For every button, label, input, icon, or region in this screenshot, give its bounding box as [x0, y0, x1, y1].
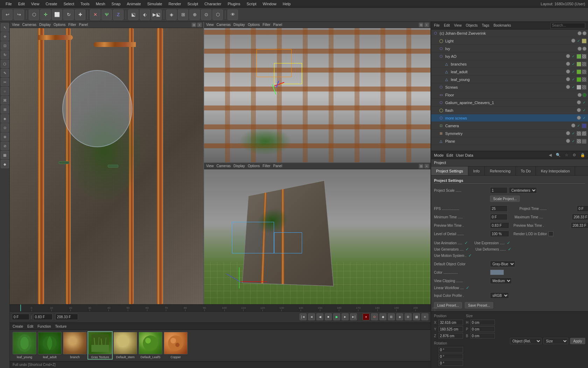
project-time-input[interactable]: [577, 205, 588, 212]
vp-fullscreen-btn[interactable]: ⊡: [191, 22, 196, 27]
attr-lock-btn[interactable]: 🔒: [580, 153, 585, 157]
mat-branch[interactable]: branch: [63, 332, 87, 359]
vp-tr-panel[interactable]: Panel: [273, 23, 282, 27]
menu-file[interactable]: File: [3, 1, 15, 7]
mat-leaf-young[interactable]: leaf_young: [13, 332, 36, 359]
rot-x-input[interactable]: [439, 347, 463, 353]
world-btn[interactable]: ⊙: [201, 9, 211, 20]
menu-mesh[interactable]: Mesh: [93, 1, 108, 7]
tool-bevel[interactable]: ◈: [1, 114, 9, 123]
attr-tab-info[interactable]: Info: [468, 166, 485, 175]
viewport-left[interactable]: View Cameras Display Options Filter Pane…: [10, 22, 204, 304]
transport-next-frame[interactable]: ►: [342, 313, 349, 320]
menu-window[interactable]: Window: [260, 1, 279, 7]
vp-settings-btn[interactable]: +: [197, 22, 202, 27]
vp-tr-view[interactable]: View: [206, 23, 214, 27]
attr-userdata-btn[interactable]: User Data: [456, 153, 474, 157]
om-row-screws[interactable]: ⬡ Screws ✓: [431, 83, 588, 91]
rot-z-input[interactable]: [439, 360, 463, 366]
vp-br-options[interactable]: Options: [248, 164, 260, 168]
om-row-camera[interactable]: ⊡ Camera ✓: [431, 122, 588, 130]
tool-bridge[interactable]: ⌘: [1, 96, 9, 104]
vp-cameras-menu[interactable]: Cameras: [22, 23, 37, 27]
preview-max-input[interactable]: [571, 222, 588, 229]
mat-gras-texture[interactable]: Gras Texture: [88, 332, 112, 359]
vp-filter-menu[interactable]: Filter: [68, 23, 76, 27]
mat-edit[interactable]: Edit: [27, 325, 33, 328]
coord-mode-select[interactable]: Object (Rel. World: [510, 338, 541, 344]
menu-sculpt[interactable]: Sculpt: [185, 1, 201, 7]
menu-create[interactable]: Create: [43, 1, 60, 7]
menu-simulate[interactable]: Simulate: [145, 1, 165, 7]
om-edit[interactable]: Edit: [444, 23, 450, 27]
y-axis-btn[interactable]: Ψ: [102, 9, 112, 20]
tool-move[interactable]: ✛: [1, 32, 9, 41]
om-row-branches[interactable]: △ branches ✓: [431, 60, 588, 68]
om-row-plane[interactable]: △ Plane ✓: [431, 137, 588, 145]
autokey-btn[interactable]: ⊙: [371, 313, 378, 320]
render-anim-btn[interactable]: ▶⬕: [151, 9, 162, 20]
attr-collapse-btn[interactable]: ◀: [549, 153, 552, 157]
om-row-ivy[interactable]: ⬡ Ivy: [431, 45, 588, 53]
om-row-more-screws[interactable]: ⬡ more screws ✓: [431, 114, 588, 122]
transport-stop[interactable]: ■: [325, 313, 332, 320]
size-x-input[interactable]: [470, 320, 495, 325]
om-row-flash[interactable]: ◯ flash ✓: [431, 107, 588, 114]
menu-animate[interactable]: Animate: [124, 1, 144, 7]
transport-play[interactable]: ▶: [333, 313, 340, 320]
om-row-leaf-young[interactable]: △ leaf_young ✓: [431, 76, 588, 83]
timeline-ruler[interactable]: 0102030405060708090100110120130140150160…: [10, 305, 430, 312]
om-view[interactable]: View: [454, 23, 462, 27]
save-preset-btn[interactable]: Save Preset...: [465, 302, 493, 308]
keyframe-btn[interactable]: ◆: [379, 313, 386, 320]
project-scale-unit[interactable]: Centimeters Meters Millimeters: [509, 187, 537, 193]
tool-rotate[interactable]: ↻: [1, 50, 9, 59]
select-tool-btn[interactable]: ⬡: [29, 9, 39, 20]
attr-search-btn[interactable]: 🔍: [556, 153, 561, 157]
om-row-light[interactable]: ◯ Light ✓: [431, 37, 588, 45]
attr-tab-key-interp[interactable]: Key Interpolation: [536, 166, 575, 175]
undo-btn[interactable]: ↩: [2, 9, 13, 20]
snap-btn[interactable]: ⊕: [189, 9, 200, 20]
menu-tools[interactable]: Tools: [78, 1, 92, 7]
om-bookmarks[interactable]: Bookmarks: [493, 23, 511, 27]
size-z-input[interactable]: [470, 333, 495, 339]
delete-btn[interactable]: ✕: [90, 9, 100, 20]
om-objects[interactable]: Objects: [466, 23, 478, 27]
tool-weld[interactable]: ○: [1, 87, 9, 95]
fps-input[interactable]: [490, 205, 507, 212]
motion-btn[interactable]: ⊞: [388, 313, 395, 320]
tool-twist[interactable]: ⊘: [1, 142, 9, 150]
add-object-btn[interactable]: ✚: [75, 9, 85, 20]
menu-select[interactable]: Select: [61, 1, 77, 7]
om-row-ivy-ao[interactable]: ⬡ Ivy AO ✓: [431, 53, 588, 60]
vp-tr-filter[interactable]: Filter: [262, 23, 270, 27]
vp-br-fullscreen[interactable]: ⊡: [419, 164, 424, 169]
menu-help[interactable]: Help: [280, 1, 294, 7]
vp-br-filter[interactable]: Filter: [262, 164, 270, 168]
menu-character[interactable]: Character: [202, 1, 224, 7]
use-expression-check[interactable]: ✓: [506, 240, 511, 245]
vp-options-menu[interactable]: Options: [54, 23, 65, 27]
mat-texture[interactable]: Texture: [55, 325, 67, 328]
om-tags[interactable]: Tags: [482, 23, 489, 27]
cam-btn[interactable]: 👁: [227, 9, 238, 20]
project-scale-input[interactable]: [490, 187, 507, 193]
mat-create[interactable]: Create: [13, 325, 23, 328]
mat-default-stem[interactable]: Default_stem: [113, 332, 137, 359]
view-clipping-select[interactable]: Medium Low High: [490, 278, 512, 284]
tool-more[interactable]: ◆: [1, 160, 9, 168]
transport-go-start[interactable]: |◄: [300, 313, 307, 320]
use-motion-check[interactable]: ✓: [468, 253, 472, 258]
render-prev-btn[interactable]: ⬕: [128, 9, 139, 20]
render-btn[interactable]: ⬖: [140, 9, 150, 20]
settings-btn[interactable]: ≡: [421, 313, 428, 320]
lod-input[interactable]: [490, 231, 509, 237]
vp-br-view[interactable]: View: [206, 164, 214, 168]
color-profile-select[interactable]: sRGB Linear: [490, 292, 509, 299]
use-deformers-check[interactable]: ✓: [507, 247, 512, 252]
tool-extrude[interactable]: ⊞: [1, 105, 9, 114]
pos-y-input[interactable]: [439, 326, 463, 332]
om-row-galium[interactable]: ⬡ Galium_aparine_Cleavers_1 ✓: [431, 99, 588, 107]
attr-tab-todo[interactable]: To Do: [516, 166, 536, 175]
